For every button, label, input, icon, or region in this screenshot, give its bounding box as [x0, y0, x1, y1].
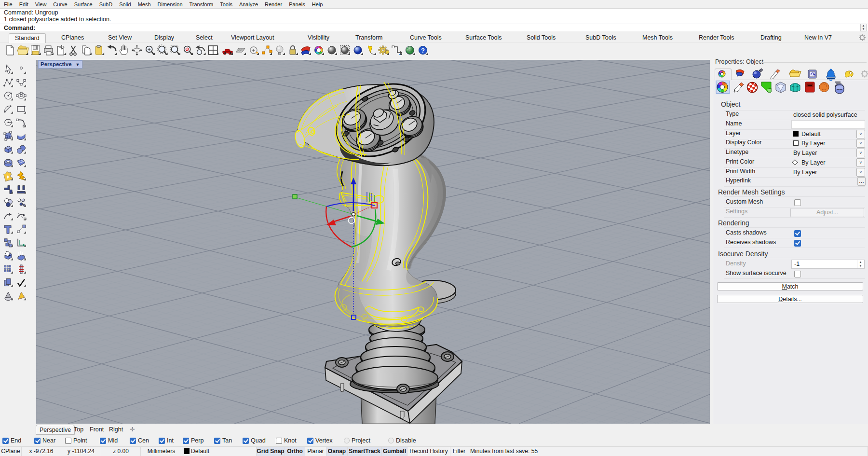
svg-text:?: ? — [421, 47, 425, 54]
